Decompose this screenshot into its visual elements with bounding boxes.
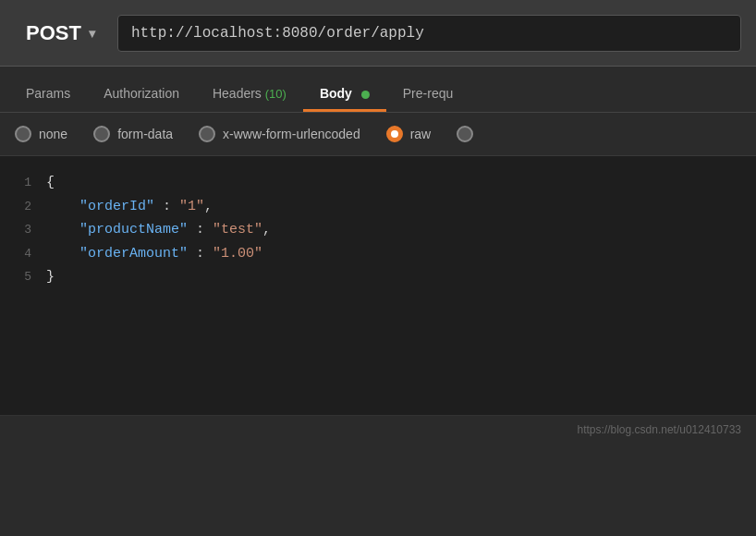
line-num-2: 2 (9, 197, 46, 217)
line-num-4: 4 (9, 244, 46, 264)
key-orderId: "orderId" (79, 199, 154, 214)
top-bar: POST ▾ (0, 0, 756, 67)
tab-params[interactable]: Params (9, 75, 87, 112)
footer: https://blog.csdn.net/u012410733 (0, 415, 756, 444)
line-num-5: 5 (9, 267, 46, 287)
line-content-3: "productName" : "test", (46, 218, 271, 242)
tabs-bar: Params Authorization Headers (10) Body P… (0, 67, 756, 113)
code-line-5: 5 } (0, 265, 756, 289)
radio-circle-binary (457, 126, 473, 142)
radio-circle-raw (386, 126, 403, 142)
line-content-2: "orderId" : "1", (46, 195, 213, 219)
tab-prereq[interactable]: Pre-requ (386, 75, 469, 112)
body-dot (361, 91, 370, 99)
tab-body[interactable]: Body (303, 75, 386, 112)
radio-circle-x-www (199, 126, 215, 142)
code-line-4: 4 "orderAmount" : "1.00" (0, 242, 756, 266)
body-type-bar: none form-data x-www-form-urlencoded raw (0, 113, 756, 156)
line-content-5: } (46, 265, 55, 289)
code-line-3: 3 "productName" : "test", (0, 218, 756, 242)
radio-form-data[interactable]: form-data (93, 126, 173, 142)
line-num-1: 1 (9, 173, 46, 193)
code-line-1: 1 { (0, 171, 756, 195)
watermark: https://blog.csdn.net/u012410733 (578, 423, 741, 436)
radio-circle-none (15, 126, 31, 142)
radio-x-www-form-urlencoded[interactable]: x-www-form-urlencoded (199, 126, 360, 142)
key-productName: "productName" (79, 222, 188, 238)
line-content-1: { (46, 171, 55, 195)
tab-headers[interactable]: Headers (10) (196, 75, 303, 112)
radio-none[interactable]: none (15, 126, 67, 142)
code-editor[interactable]: 1 { 2 "orderId" : "1", 3 "productName" :… (0, 156, 756, 415)
line-content-4: "orderAmount" : "1.00" (46, 242, 262, 266)
method-chevron: ▾ (89, 26, 95, 41)
radio-binary[interactable] (457, 126, 473, 142)
method-selector[interactable]: POST ▾ (15, 14, 106, 53)
val-orderId: "1" (179, 199, 204, 214)
val-orderAmount: "1.00" (213, 246, 262, 262)
tab-authorization[interactable]: Authorization (87, 75, 196, 112)
val-productName: "test" (213, 222, 262, 238)
headers-badge: (10) (265, 87, 287, 101)
key-orderAmount: "orderAmount" (79, 246, 188, 262)
code-line-2: 2 "orderId" : "1", (0, 195, 756, 219)
method-label: POST (26, 21, 81, 45)
line-num-3: 3 (9, 220, 46, 240)
url-input[interactable] (117, 15, 741, 52)
radio-circle-form-data (93, 126, 110, 142)
radio-raw[interactable]: raw (386, 126, 432, 142)
